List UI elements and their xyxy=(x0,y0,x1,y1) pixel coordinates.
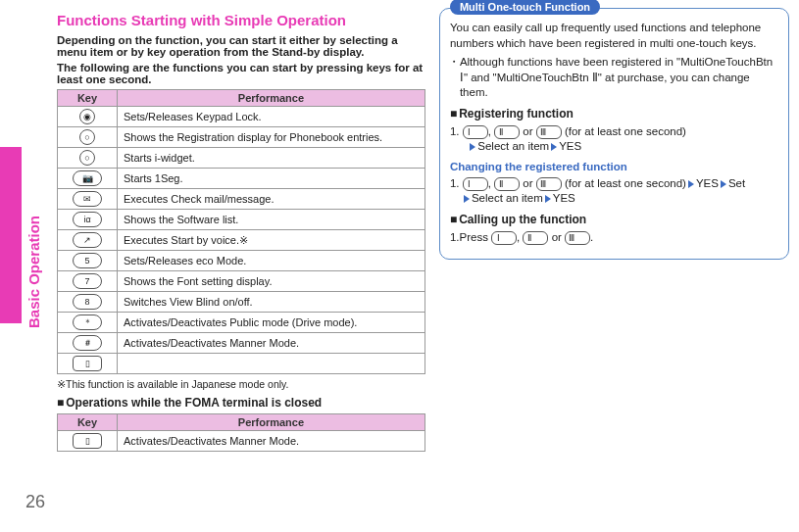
section-title: Functions Starting with Simple Operation xyxy=(57,12,425,28)
or-text: or xyxy=(548,231,565,243)
performance-cell: Shows the Software list. xyxy=(118,210,425,230)
performance-cell: Switches View Blind on/off. xyxy=(118,292,425,313)
table-row: ✉Executes Check mail/message. xyxy=(58,189,425,210)
table-row: ↗Executes Start by voice.※ xyxy=(58,230,425,251)
table-row: 8Switches View Blind on/off. xyxy=(58,292,425,313)
left-column: Functions Starting with Simple Operation… xyxy=(57,8,425,532)
duration-text: (for at least one second) xyxy=(562,177,686,189)
table-header-row: Key Performance xyxy=(58,90,425,107)
arrow-icon xyxy=(464,195,470,203)
table-row: ▯ xyxy=(58,354,425,374)
performance-cell: Executes Start by voice.※ xyxy=(118,230,425,251)
key-center-icon: ◉ xyxy=(79,109,95,124)
key-mail-icon: ✉ xyxy=(73,191,102,207)
performance-cell: Shows the Font setting display. xyxy=(118,271,425,292)
col-performance-header: Performance xyxy=(118,90,425,107)
performance-cell: Executes Check mail/message. xyxy=(118,189,425,210)
table-row: ＊Activates/Deactivates Public mode (Driv… xyxy=(58,313,425,333)
call-step-1: 1.Press Ⅰ, Ⅱ or Ⅲ. xyxy=(450,230,778,246)
key-iappli-icon: iα xyxy=(73,212,102,227)
key-down-icon: ○ xyxy=(79,150,95,166)
table-header-row: Key Performance xyxy=(58,414,425,431)
intro-paragraph-1: Depending on the function, you can start… xyxy=(57,34,425,58)
key-iii-icon: Ⅲ xyxy=(536,125,562,139)
multi-onetouch-callout: Multi One-touch Function You can easily … xyxy=(439,8,789,260)
table-row: ○Shows the Registration display for Phon… xyxy=(58,127,425,148)
table-row: ◉Sets/Releases Keypad Lock. xyxy=(58,107,425,127)
col-performance-header: Performance xyxy=(118,414,425,431)
key-5-icon: 5 xyxy=(73,253,102,268)
yes-text: YES xyxy=(553,192,575,204)
yes-text: YES xyxy=(559,140,581,152)
content-area: Functions Starting with Simple Operation… xyxy=(57,8,789,532)
side-section-label: Basic Operation xyxy=(25,216,42,328)
register-step-1: 1. Ⅰ, Ⅱ or Ⅲ (for at least one second) S… xyxy=(450,124,778,155)
performance-cell: Activates/Deactivates Manner Mode. xyxy=(118,431,425,452)
key-8-icon: 8 xyxy=(73,294,102,310)
table-row: 📷Starts 1Seg. xyxy=(58,169,425,189)
side-tab xyxy=(0,147,22,323)
performance-cell: Sets/Releases Keypad Lock. xyxy=(118,107,425,127)
performance-cell: Starts 1Seg. xyxy=(118,169,425,189)
yes-text: YES xyxy=(696,177,719,189)
callout-bullet: Although functions have been registered … xyxy=(450,55,778,101)
key-hash-icon: ＃ xyxy=(73,335,102,351)
key-side-icon: ▯ xyxy=(73,356,102,371)
arrow-icon xyxy=(688,180,694,188)
arrow-icon xyxy=(470,143,475,151)
press-text: Press xyxy=(459,231,491,243)
change-step-1: 1. Ⅰ, Ⅱ or Ⅲ (for at least one second)YE… xyxy=(450,176,778,207)
key-iii-icon: Ⅲ xyxy=(565,231,590,245)
performance-cell: Shows the Registration display for Phone… xyxy=(118,127,425,148)
key-performance-table-open: Key Performance ◉Sets/Releases Keypad Lo… xyxy=(57,89,425,374)
select-item-text: Select an item xyxy=(477,140,549,152)
intro-paragraph-2: The following are the functions you can … xyxy=(57,62,425,85)
key-ii-icon: Ⅱ xyxy=(494,125,520,139)
key-performance-table-closed: Key Performance ▯Activates/Deactivates M… xyxy=(57,413,425,452)
callout-title-badge: Multi One-touch Function xyxy=(450,0,600,15)
table-row: 5Sets/Releases eco Mode. xyxy=(58,251,425,271)
table-row: iαShows the Software list. xyxy=(58,210,425,230)
key-ii-icon: Ⅱ xyxy=(494,177,520,191)
set-text: Set xyxy=(728,177,745,189)
closed-operations-heading: Operations while the FOMA terminal is cl… xyxy=(57,396,425,410)
table-row: ＃Activates/Deactivates Manner Mode. xyxy=(58,333,425,354)
key-ii-icon: Ⅱ xyxy=(523,231,548,245)
select-item-text: Select an item xyxy=(472,192,543,204)
key-star-icon: ＊ xyxy=(73,314,102,330)
key-call-icon: ↗ xyxy=(73,232,102,248)
page-number: 26 xyxy=(25,492,45,512)
or-text: or xyxy=(520,125,536,137)
col-key-header: Key xyxy=(58,90,118,107)
table-row: 7Shows the Font setting display. xyxy=(58,271,425,292)
key-side-icon: ▯ xyxy=(73,433,102,449)
callout-intro: You can easily call up frequently used f… xyxy=(450,21,778,51)
performance-cell xyxy=(118,354,425,374)
registering-function-heading: Registering function xyxy=(450,107,778,121)
changing-function-heading: Changing the registered function xyxy=(450,161,778,172)
period-text: . xyxy=(590,231,593,243)
or-text: or xyxy=(520,177,536,189)
performance-cell: Activates/Deactivates Manner Mode. xyxy=(118,333,425,354)
performance-cell: Sets/Releases eco Mode. xyxy=(118,251,425,271)
key-camera-icon: 📷 xyxy=(73,170,102,186)
performance-cell: Activates/Deactivates Public mode (Drive… xyxy=(118,313,425,333)
footnote: ※This function is available in Japanese … xyxy=(57,378,425,390)
key-up-icon: ○ xyxy=(79,129,95,145)
col-key-header: Key xyxy=(58,414,118,431)
performance-cell: Starts i-widget. xyxy=(118,148,425,169)
table-row: ▯Activates/Deactivates Manner Mode. xyxy=(58,431,425,452)
duration-text: (for at least one second) xyxy=(562,125,686,137)
key-i-icon: Ⅰ xyxy=(463,125,488,139)
arrow-icon xyxy=(551,143,557,151)
key-iii-icon: Ⅲ xyxy=(536,177,562,191)
right-column: Multi One-touch Function You can easily … xyxy=(439,8,789,532)
calling-function-heading: Calling up the function xyxy=(450,213,778,226)
table-row: ○Starts i-widget. xyxy=(58,148,425,169)
key-i-icon: Ⅰ xyxy=(463,177,488,191)
arrow-icon xyxy=(721,180,726,188)
key-7-icon: 7 xyxy=(73,273,102,289)
key-i-icon: Ⅰ xyxy=(491,231,517,245)
arrow-icon xyxy=(545,195,551,203)
